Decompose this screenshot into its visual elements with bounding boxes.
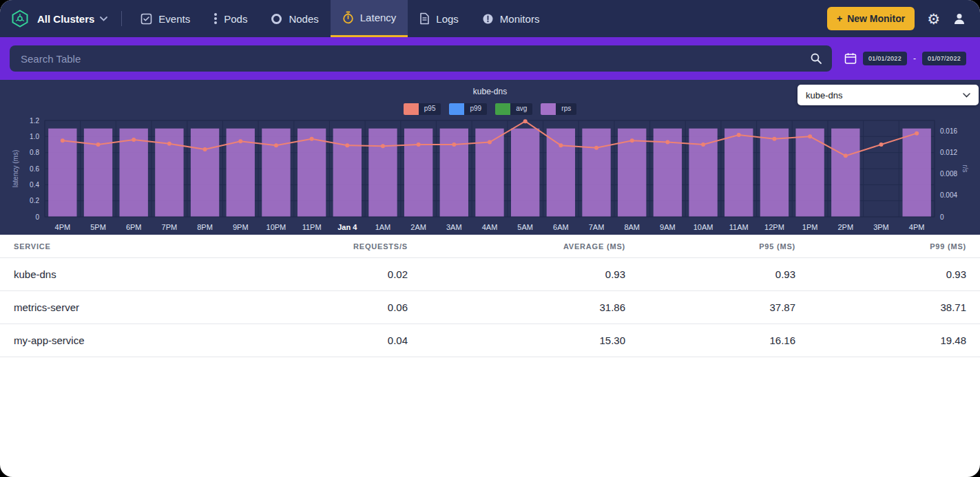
- svg-text:6PM: 6PM: [126, 223, 142, 231]
- svg-text:0: 0: [940, 213, 944, 221]
- p99-value: 38.71: [795, 301, 980, 313]
- column-header-average: AVERAGE (MS): [408, 242, 625, 251]
- table-row[interactable]: metrics-server 0.06 31.86 37.87 38.71: [0, 291, 980, 324]
- svg-text:11PM: 11PM: [302, 223, 322, 231]
- legend-label: avg: [510, 103, 532, 115]
- search-field-wrap: [10, 45, 832, 72]
- tab-monitors[interactable]: Monitors: [470, 0, 552, 37]
- average-value: 15.30: [408, 335, 625, 346]
- svg-text:0.2: 0.2: [30, 197, 39, 204]
- svg-text:1.0: 1.0: [30, 133, 39, 140]
- monitors-icon: [482, 13, 494, 25]
- tab-events[interactable]: Events: [129, 0, 202, 37]
- latency-chart[interactable]: 00.20.40.60.81.01.200.0040.0080.0120.016…: [0, 116, 980, 235]
- legend-item-avg[interactable]: avg: [495, 103, 532, 115]
- svg-text:0: 0: [35, 213, 39, 221]
- top-nav: All Clusters Events Pods Nodes: [0, 0, 980, 37]
- svg-text:8AM: 8AM: [624, 223, 640, 231]
- service-name: kube-dns: [0, 268, 172, 280]
- legend-swatch-avg: [495, 103, 510, 115]
- svg-text:0.6: 0.6: [30, 165, 39, 173]
- tab-logs[interactable]: Logs: [408, 0, 470, 37]
- new-monitor-button[interactable]: + New Monitor: [827, 7, 915, 30]
- svg-text:latency (ms): latency (ms): [12, 150, 19, 187]
- settings-gear-icon[interactable]: ⚙: [927, 12, 940, 26]
- svg-text:8PM: 8PM: [197, 223, 213, 231]
- tab-pods[interactable]: Pods: [202, 0, 259, 37]
- p95-value: 0.93: [625, 268, 795, 280]
- column-header-requests: REQUESTS/S: [172, 242, 408, 251]
- svg-text:2AM: 2AM: [410, 223, 426, 231]
- svg-text:4PM: 4PM: [55, 223, 71, 231]
- svg-text:9AM: 9AM: [660, 223, 676, 231]
- calendar-icon[interactable]: [844, 52, 857, 65]
- requests-value: 0.06: [172, 301, 408, 313]
- svg-text:1AM: 1AM: [375, 223, 391, 231]
- app-window: All Clusters Events Pods Nodes: [0, 0, 980, 477]
- service-name: metrics-server: [0, 301, 172, 313]
- cluster-selector-label: All Clusters: [37, 13, 94, 25]
- svg-text:4PM: 4PM: [909, 223, 925, 231]
- nodes-icon: [271, 13, 282, 25]
- svg-text:r/s: r/s: [961, 165, 969, 172]
- column-header-p95: P95 (MS): [625, 242, 795, 251]
- service-name: my-app-service: [0, 335, 172, 346]
- svg-text:7PM: 7PM: [162, 223, 178, 231]
- p99-value: 19.48: [795, 335, 980, 346]
- logs-icon: [419, 12, 430, 25]
- svg-text:Jan 4: Jan 4: [337, 223, 357, 231]
- search-icon[interactable]: [810, 52, 822, 67]
- legend-label: p99: [464, 103, 487, 115]
- svg-text:7AM: 7AM: [589, 223, 605, 231]
- new-monitor-label: New Monitor: [847, 13, 905, 24]
- tab-label: Events: [158, 13, 190, 25]
- svg-text:0.8: 0.8: [30, 149, 39, 156]
- legend-label: p95: [419, 103, 441, 115]
- legend-swatch-rps: [541, 103, 556, 115]
- legend-item-rps[interactable]: rps: [541, 103, 576, 115]
- requests-value: 0.04: [172, 335, 408, 346]
- column-header-service: SERVICE: [0, 242, 172, 251]
- legend-item-p95[interactable]: p95: [404, 103, 441, 115]
- svg-text:3PM: 3PM: [873, 223, 889, 231]
- tab-label: Logs: [436, 13, 459, 25]
- legend-item-p99[interactable]: p99: [449, 103, 487, 115]
- cluster-selector[interactable]: All Clusters: [37, 0, 114, 37]
- svg-text:10AM: 10AM: [694, 223, 713, 231]
- date-to[interactable]: 01/07/2022: [922, 52, 966, 65]
- average-value: 31.86: [408, 301, 625, 313]
- svg-text:10PM: 10PM: [267, 223, 286, 231]
- search-input[interactable]: [10, 45, 832, 72]
- user-profile-icon[interactable]: [952, 12, 966, 25]
- legend-label: rps: [556, 103, 576, 115]
- tab-latency[interactable]: Latency: [331, 0, 408, 37]
- svg-text:0.004: 0.004: [940, 191, 957, 199]
- tab-label: Nodes: [289, 13, 318, 25]
- services-table: SERVICE REQUESTS/S AVERAGE (MS) P95 (MS)…: [0, 235, 980, 357]
- latency-chart-panel: kube-dns kube-dns p95 p99 avg rps 00.20.…: [0, 80, 980, 235]
- tab-nodes[interactable]: Nodes: [259, 0, 330, 37]
- date-range-separator: -: [913, 54, 916, 63]
- nav-tabs: Events Pods Nodes Latency Logs: [129, 0, 551, 37]
- column-header-p99: P99 (MS): [795, 242, 980, 251]
- tab-label: Monitors: [500, 13, 540, 25]
- nav-divider: [121, 11, 122, 26]
- svg-text:0.016: 0.016: [940, 127, 957, 135]
- p95-value: 16.16: [625, 335, 795, 346]
- events-icon: [140, 13, 152, 25]
- table-row[interactable]: my-app-service 0.04 15.30 16.16 19.48: [0, 324, 980, 357]
- svg-text:2PM: 2PM: [837, 223, 853, 231]
- svg-text:12PM: 12PM: [764, 223, 784, 231]
- latency-stopwatch-icon: [342, 11, 354, 24]
- search-toolbar: 01/01/2022 - 01/07/2022: [0, 37, 980, 80]
- service-dropdown[interactable]: kube-dns: [797, 85, 979, 105]
- legend-swatch-p95: [404, 103, 419, 115]
- date-from[interactable]: 01/01/2022: [863, 52, 907, 65]
- tab-label: Pods: [224, 13, 247, 25]
- svg-text:5AM: 5AM: [517, 223, 533, 231]
- svg-text:5PM: 5PM: [90, 223, 106, 231]
- svg-text:0.008: 0.008: [940, 170, 957, 178]
- table-row[interactable]: kube-dns 0.02 0.93 0.93 0.93: [0, 258, 980, 291]
- svg-text:9PM: 9PM: [233, 223, 249, 231]
- svg-text:3AM: 3AM: [446, 223, 462, 231]
